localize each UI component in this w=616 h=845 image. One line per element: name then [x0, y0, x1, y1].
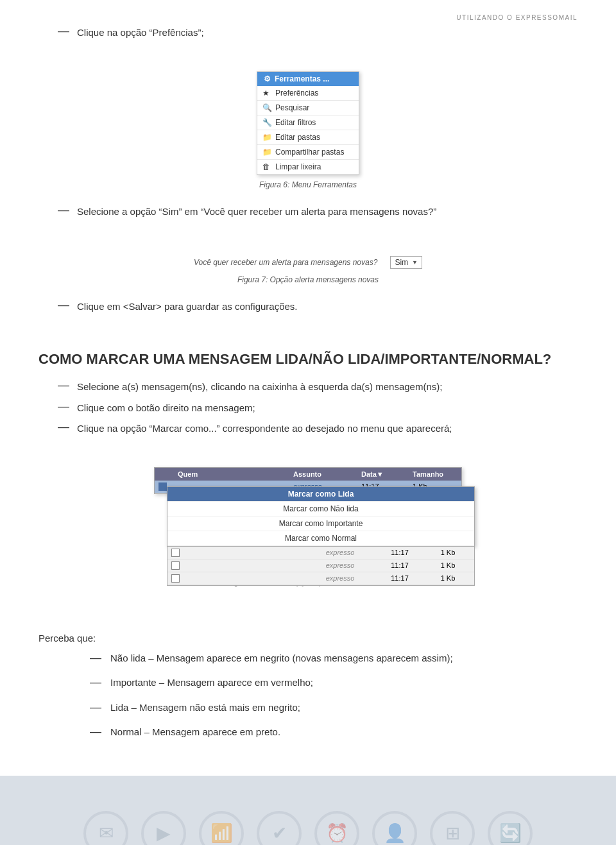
row-size-3: 1 Kb: [425, 561, 470, 569]
page-header-label: UTILIZANDO O EXPRESSOMAIL: [456, 14, 578, 21]
search-icon: 🔍: [262, 103, 271, 112]
perceba-item-normal: — Normal – Mensagem aparece em preto.: [90, 725, 578, 740]
steps-marking-section: — Selecione a(s) mensagem(ns), clicando …: [38, 380, 578, 443]
table-row-2: expresso 11:17 1 Kb: [167, 547, 474, 559]
popup-item-lida[interactable]: Marcar como Lida: [167, 487, 474, 502]
row-data-3: 11:17: [374, 561, 425, 569]
footer-icon-user: 👤: [372, 811, 417, 845]
footer-icon-wifi: 📶: [199, 811, 244, 845]
menu-ferramentas-mockup: ⚙ Ferramentas ... ★ Preferências 🔍 Pesqu…: [257, 71, 359, 175]
section-heading-marcar: COMO MARCAR UMA MENSAGEM LIDA/NÃO LIDA/I…: [38, 350, 578, 369]
popup-item-importante[interactable]: Marcar como Importante: [167, 516, 474, 531]
figure7-container: Você quer receber um alerta para mensage…: [194, 250, 422, 284]
menu-item-editar-filtros[interactable]: 🔧 Editar filtros: [257, 115, 359, 130]
alert-question-text: Você quer receber um alerta para mensage…: [194, 258, 377, 267]
bullet-dash-alerta: —: [58, 203, 69, 217]
step-text-1: Selecione a(s) mensagem(ns), clicando na…: [77, 380, 442, 395]
context-menu-popup: Marcar como Lida Marcar como Não lida Ma…: [167, 486, 475, 586]
menu-item-editar-pastas[interactable]: 📁 Editar pastas: [257, 130, 359, 145]
col-check: [158, 470, 178, 478]
perceba-item-importante: — Importante – Mensagem aparece em verme…: [90, 676, 578, 690]
dash-2: —: [58, 400, 69, 413]
perceba-dash-1: —: [90, 651, 101, 665]
footer-icons-area: ✉ ▶ 📶 ✔ ⏰ 👤 ⊞ 🔄: [0, 776, 616, 845]
col-quem: Quem: [178, 470, 293, 478]
step-marcar-como: — Clique na opção “Marcar como...” corre…: [58, 422, 578, 436]
row-checkbox-4[interactable]: [171, 574, 180, 583]
perceba-text-1: Não lida – Mensagem aparece em negrito (…: [110, 651, 453, 666]
row-assunto-2: expresso: [306, 549, 374, 556]
table-row-4: expresso 11:17 1 Kb: [167, 572, 474, 585]
perceba-dash-2: —: [90, 676, 101, 689]
step-salvar-section: — Clique em <Salvar> para guardar as con…: [38, 300, 578, 321]
menu-item-pesquisar[interactable]: 🔍 Pesquisar: [257, 101, 359, 115]
row-size-2: 1 Kb: [425, 549, 470, 556]
star-icon: ★: [262, 89, 271, 98]
figure6-caption: Figura 6: Menu Ferramentas: [257, 180, 359, 189]
footer-icons-row: ✉ ▶ 📶 ✔ ⏰ 👤 ⊞ 🔄: [83, 811, 533, 845]
step-right-click: — Clique com o botão direito na mensagem…: [58, 401, 578, 416]
alert-option-mockup: Você quer receber um alerta para mensage…: [194, 256, 422, 269]
row-data-4: 11:17: [374, 574, 425, 582]
step-alerta-section: — Selecione a opção “Sim” em “Você quer …: [38, 205, 578, 226]
share-folder-icon: 📁: [262, 148, 271, 157]
bullet-item-alerta: — Selecione a opção “Sim” em “Você quer …: [58, 205, 578, 219]
alert-dropdown[interactable]: Sim ▼: [390, 256, 422, 269]
col-assunto: Assunto: [293, 470, 361, 478]
filter-icon: 🔧: [262, 118, 271, 127]
bullet-dash-salvar: —: [58, 298, 69, 312]
footer-icon-clock: ⏰: [314, 811, 359, 845]
row-size-4: 1 Kb: [425, 574, 470, 582]
col-data: Data▼: [361, 470, 413, 478]
step-text-3: Clique na opção “Marcar como...” corresp…: [77, 422, 452, 436]
perceba-dash-4: —: [90, 725, 101, 738]
footer-icon-play: ▶: [141, 811, 186, 845]
figure8-container: Quem Assunto Data▼ Tamanho expresso 11:1…: [154, 467, 462, 586]
footer-icon-grid: ⊞: [430, 811, 475, 845]
bullet-text-salvar: Clique em <Salvar> para guardar as confi…: [77, 300, 298, 314]
perceba-section: Perceba que: — Não lida – Mensagem apare…: [38, 617, 578, 750]
figure6-container: ⚙ Ferramentas ... ★ Preferências 🔍 Pesqu…: [257, 71, 359, 189]
perceba-dash-3: —: [90, 701, 101, 714]
menu-item-compartilhar-pastas[interactable]: 📁 Compartilhar pastas: [257, 145, 359, 160]
bullet-text-preferencias: Clique na opção “Prefências”;: [77, 26, 204, 40]
perceba-item-nao-lida: — Não lida – Mensagem aparece em negrito…: [90, 651, 578, 666]
footer-icon-check: ✔: [257, 811, 302, 845]
row-assunto-4: expresso: [306, 574, 374, 582]
row-data-2: 11:17: [374, 549, 425, 556]
row-checkbox-2[interactable]: [171, 549, 180, 557]
col-tamanho: Tamanho: [413, 470, 458, 478]
popup-item-normal[interactable]: Marcar como Normal: [167, 531, 474, 546]
page-content: UTILIZANDO O EXPRESSOMAIL — Clique na op…: [0, 0, 616, 776]
footer-icon-refresh: 🔄: [488, 811, 533, 845]
popup-item-nao-lida[interactable]: Marcar como Não lida: [167, 502, 474, 516]
perceba-text-4: Normal – Mensagem aparece em preto.: [110, 725, 280, 740]
dropdown-arrow-icon: ▼: [412, 259, 418, 266]
step-select-checkbox: — Selecione a(s) mensagem(ns), clicando …: [58, 380, 578, 395]
perceba-heading: Perceba que:: [38, 633, 578, 644]
trash-icon: 🗑: [262, 162, 271, 171]
figure7-caption: Figura 7: Opção alerta mensagens novas: [194, 275, 422, 284]
footer-icon-mail: ✉: [83, 811, 128, 845]
menu-item-limpar-lixeira[interactable]: 🗑 Limpar lixeira: [257, 160, 359, 175]
perceba-item-lida: — Lida – Mensagem não está mais em negri…: [90, 701, 578, 715]
dash-3: —: [58, 420, 69, 434]
figure8-wrapper: Quem Assunto Data▼ Tamanho expresso 11:1…: [154, 467, 462, 494]
bullet-dash: —: [58, 24, 69, 38]
bullet-item-salvar: — Clique em <Salvar> para guardar as con…: [58, 300, 578, 314]
row-assunto-3: expresso: [306, 561, 374, 569]
menu-header: ⚙ Ferramentas ...: [257, 72, 359, 86]
perceba-text-3: Lida – Mensagem não está mais em negrito…: [110, 701, 300, 715]
row-checkbox-checked[interactable]: [158, 482, 167, 491]
table-row-3: expresso 11:17 1 Kb: [167, 559, 474, 572]
row-checkbox-3[interactable]: [171, 561, 180, 570]
table-header: Quem Assunto Data▼ Tamanho: [155, 468, 461, 481]
folder-icon: 📁: [262, 133, 271, 142]
intro-section: — Clique na opção “Prefências”;: [38, 26, 578, 47]
perceba-text-2: Importante – Mensagem aparece em vermelh…: [110, 676, 313, 690]
bullet-text-alerta: Selecione a opção “Sim” em “Você quer re…: [77, 205, 436, 219]
bullet-item-preferencias: — Clique na opção “Prefências”;: [58, 26, 578, 40]
menu-item-preferencias[interactable]: ★ Preferências: [257, 86, 359, 101]
alert-answer: Sim: [395, 258, 408, 267]
popup-menu: Marcar como Lida Marcar como Não lida Ma…: [167, 486, 475, 547]
